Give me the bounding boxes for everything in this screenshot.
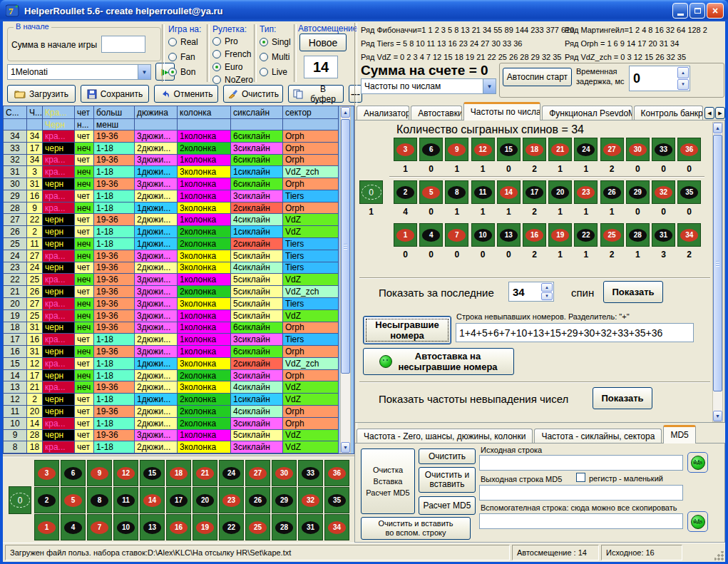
board-cell-31[interactable]: 31: [298, 514, 323, 540]
board-cell-24[interactable]: 24: [219, 460, 244, 486]
radio-option-Live[interactable]: Live: [260, 67, 291, 77]
board-cell-26[interactable]: 26: [600, 180, 624, 204]
panel-scrollbar[interactable]: ▲ ▼: [712, 122, 723, 422]
board-cell-9[interactable]: 9: [87, 460, 112, 486]
table-row[interactable]: 3434кра...чет19-363дюжи...1колонка6сикла…: [4, 130, 354, 143]
table-row[interactable]: 2427кра...неч19-363дюжи...3колонка5сикла…: [4, 250, 354, 262]
close-button[interactable]: ×: [707, 3, 724, 19]
board-cell-29[interactable]: 29: [626, 180, 650, 204]
title-bar[interactable]: 7 HelperRoullet 5.6- create helperroulle…: [0, 0, 728, 21]
table-row[interactable]: 313кра...неч1-181дюжи...3колонка1сиклайн…: [4, 166, 354, 178]
table-row[interactable]: 1512кра...чет1-181дюжи...3колонка2сиклай…: [4, 358, 354, 370]
board-cell-32[interactable]: 32: [298, 487, 323, 513]
board-cell-2[interactable]: 2: [34, 487, 59, 513]
tab-2[interactable]: Автоставки: [411, 106, 462, 121]
board-cell-17[interactable]: 17: [166, 487, 191, 513]
chevron-down-icon[interactable]: ▼: [483, 79, 496, 93]
board-cell-27[interactable]: 27: [245, 460, 270, 486]
board-cell-22[interactable]: 22: [219, 514, 244, 540]
table-row[interactable]: 2916кра...чет1-182дюжи...1колонка3сиклай…: [4, 190, 354, 202]
tab-5[interactable]: Контроль банкро: [634, 106, 704, 121]
board-cell-5[interactable]: 5: [419, 180, 443, 204]
table-row[interactable]: 2225кра...неч19-363дюжи...1колонка5сикла…: [4, 274, 354, 286]
board-cell-15[interactable]: 15: [140, 460, 165, 486]
table-row[interactable]: 1120чернчет19-362дюжи...2колонка4сиклайн…: [4, 406, 354, 418]
board-cell-28[interactable]: 28: [272, 514, 297, 540]
board-cell-12[interactable]: 12: [471, 138, 495, 161]
radio-icon[interactable]: [260, 68, 268, 76]
register-checkbox[interactable]: [576, 473, 585, 482]
md5-calc-button[interactable]: Расчет MD5: [419, 496, 476, 515]
md5-aux-input[interactable]: [479, 513, 683, 529]
table-row[interactable]: 1716кра...чет1-182дюжи...1колонка3сиклай…: [4, 334, 354, 346]
board-cell-30[interactable]: 30: [272, 460, 297, 486]
resize-grip[interactable]: [714, 551, 724, 560]
board-cell-10[interactable]: 10: [113, 514, 138, 540]
table-row[interactable]: 2027кра...неч19-363дюжи...3колонка5сикла…: [4, 298, 354, 310]
radio-option-French[interactable]: French: [212, 49, 253, 59]
board-cell-11[interactable]: 11: [113, 487, 138, 513]
table-row[interactable]: 928чернчет19-363дюжи...1колонка5сиклайнV…: [4, 430, 354, 442]
board-cell-32[interactable]: 32: [652, 180, 675, 204]
board-cell-21[interactable]: 21: [548, 138, 572, 161]
board-cell-27[interactable]: 27: [600, 138, 624, 161]
board-cell-6[interactable]: 6: [61, 460, 86, 486]
board-cell-17[interactable]: 17: [523, 180, 546, 204]
md5-clear-paste-button[interactable]: Очистить и вставить: [419, 467, 476, 493]
md5-big-button[interactable]: ОчисткаВставкаРасчет MD5: [361, 448, 415, 514]
minimize-button[interactable]: [672, 3, 688, 19]
autoshift-new-button[interactable]: Новое: [299, 34, 347, 51]
scroll-down-icon[interactable]: ▼: [713, 411, 722, 421]
board-cell-36[interactable]: 36: [677, 138, 701, 161]
board-cell-13[interactable]: 13: [140, 514, 165, 540]
board-cell-4[interactable]: 4: [419, 223, 443, 247]
board-cell-8[interactable]: 8: [445, 180, 468, 204]
md5-aux-run-button[interactable]: МД5: [687, 511, 708, 532]
board-cell-18[interactable]: 18: [166, 460, 191, 486]
table-row[interactable]: 289кра...неч1-181дюжи...3колонка2сиклайн…: [4, 202, 354, 215]
md5-clear-button[interactable]: Очистить: [419, 448, 476, 464]
scroll-up-icon[interactable]: ▲: [341, 107, 350, 118]
table-row[interactable]: 1014кра...чет1-182дюжи...2колонка3сиклай…: [4, 418, 354, 430]
toolbar-button-3[interactable]: Отменить: [154, 85, 218, 103]
chevron-down-icon[interactable]: ▼: [138, 65, 150, 79]
radio-icon[interactable]: [260, 53, 268, 61]
board-cell-34[interactable]: 34: [324, 514, 349, 540]
tab-3[interactable]: Частоты по числам: [463, 102, 540, 121]
bottom-tab-2[interactable]: Частота - сиклайны, сектора: [534, 429, 662, 443]
table-row[interactable]: 1631черннеч19-363дюжи...1колонка6сиклайн…: [4, 346, 354, 358]
tab-4[interactable]: Функционал PsevdoMS: [542, 106, 632, 121]
toolbar-button-5[interactable]: В буфер: [288, 85, 344, 103]
board-cell-36[interactable]: 36: [324, 460, 349, 486]
board-cell-28[interactable]: 28: [626, 223, 650, 247]
radio-icon[interactable]: [168, 53, 177, 61]
md5-out-input[interactable]: [479, 485, 683, 501]
table-row[interactable]: 2511черннеч1-181дюжи...2колонка2сиклайнT…: [4, 238, 354, 250]
table-row[interactable]: 3031черннеч19-363дюжи...1колонка6сиклайн…: [4, 178, 354, 190]
delay-value[interactable]: 0: [630, 66, 677, 91]
table-row[interactable]: 262чернчет1-181дюжи...2колонка1сиклайнVd…: [4, 226, 354, 238]
radio-icon[interactable]: [168, 68, 177, 76]
board-cell-24[interactable]: 24: [574, 138, 598, 161]
board-cell-33[interactable]: 33: [652, 138, 675, 161]
radio-option-Bon[interactable]: Bon: [168, 67, 198, 77]
board-cell-1[interactable]: 1: [394, 223, 417, 247]
radio-option-Euro[interactable]: Euro: [212, 62, 253, 72]
board-cell-10[interactable]: 10: [471, 223, 495, 247]
table-scrollbar[interactable]: ▲ ▼: [340, 106, 351, 453]
board-cell-0[interactable]: 0: [9, 486, 31, 514]
board-cell-23[interactable]: 23: [219, 487, 244, 513]
board-cell-18[interactable]: 18: [523, 138, 546, 161]
toolbar-button-4[interactable]: Очистить: [223, 85, 283, 103]
board-cell-19[interactable]: 19: [548, 223, 572, 247]
radio-icon[interactable]: [260, 38, 268, 46]
bottom-tab-3[interactable]: MD5: [663, 425, 695, 443]
board-cell-2[interactable]: 2: [394, 180, 417, 204]
board-cell-14[interactable]: 14: [140, 487, 165, 513]
radio-icon[interactable]: [212, 76, 221, 84]
tab-scroll-right-icon[interactable]: ▶: [715, 107, 725, 119]
mode-combobox[interactable]: Частоты по числам ▼: [361, 78, 496, 94]
scroll-up-icon[interactable]: ▲: [713, 123, 722, 133]
radio-option-Pro[interactable]: Pro: [212, 36, 253, 46]
show-missfreq-button[interactable]: Показать: [593, 387, 652, 409]
